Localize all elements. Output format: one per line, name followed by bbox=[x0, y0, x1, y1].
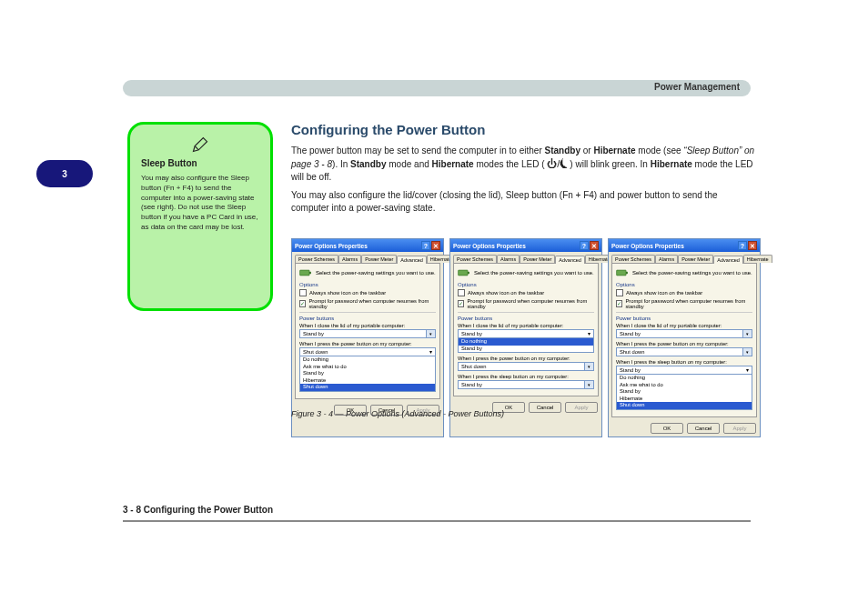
footer-rule bbox=[123, 520, 751, 522]
power-options-list: Do nothing Ask me what to do Stand by Hi… bbox=[300, 356, 435, 391]
chevron-down-icon: ▾ bbox=[746, 367, 749, 373]
help-button[interactable]: ? bbox=[738, 241, 747, 250]
svg-rect-1 bbox=[300, 270, 310, 276]
hibernate-term: Hibernate bbox=[593, 145, 635, 156]
tab-panel: Select the power-saving settings you wan… bbox=[453, 263, 599, 396]
battery-icon bbox=[299, 267, 312, 278]
lid-dropdown-open[interactable]: Stand by ▾ Do nothing Stand by bbox=[458, 329, 594, 353]
footer-text: 3 - 8 Configuring the Power Button bbox=[123, 505, 273, 515]
intro-text: Select the power-saving settings you wan… bbox=[474, 270, 594, 276]
option-stand-by[interactable]: Stand by bbox=[459, 346, 593, 353]
option-ask-me[interactable]: Ask me what to do bbox=[300, 364, 435, 371]
power-options-dialog-3: Power Options Properties ? ✕ Power Schem… bbox=[608, 238, 761, 437]
tab-power-meter[interactable]: Power Meter bbox=[520, 255, 555, 263]
svg-rect-2 bbox=[309, 272, 311, 274]
show-icon-label: Always show icon on the taskbar bbox=[626, 290, 702, 296]
close-button[interactable]: ✕ bbox=[748, 241, 757, 250]
chevron-down-icon: ▾ bbox=[588, 331, 590, 336]
lid-value: Stand by bbox=[620, 331, 641, 336]
lid-label: When I close the lid of my portable comp… bbox=[616, 323, 752, 328]
option-stand-by[interactable]: Stand by bbox=[617, 388, 752, 396]
lid-label: When I close the lid of my portable comp… bbox=[458, 323, 594, 328]
tab-advanced[interactable]: Advanced bbox=[555, 256, 584, 264]
prompt-password-label: Prompt for password when computer resume… bbox=[625, 298, 752, 309]
tab-power-meter[interactable]: Power Meter bbox=[361, 255, 397, 263]
standby-term: Standby bbox=[545, 145, 580, 156]
help-button[interactable]: ? bbox=[580, 241, 589, 250]
sleep-power-icon: ⏻/⏾ bbox=[547, 158, 570, 169]
lid-dropdown[interactable]: Stand by ▾ bbox=[616, 329, 752, 338]
option-hibernate[interactable]: Hibernate bbox=[617, 396, 752, 403]
svg-rect-4 bbox=[468, 272, 469, 274]
sleep-label: When I press the sleep button on my comp… bbox=[458, 374, 594, 379]
tab-panel: Select the power-saving settings you wan… bbox=[611, 263, 757, 417]
chapter-header-bar: Power Management bbox=[123, 80, 751, 96]
body-text: The power button may be set to send the … bbox=[291, 145, 755, 215]
tab-power-schemes[interactable]: Power Schemes bbox=[611, 255, 655, 263]
prompt-password-label: Prompt for password when computer resume… bbox=[467, 298, 594, 309]
apply-button[interactable]: Apply bbox=[565, 402, 598, 413]
close-button[interactable]: ✕ bbox=[590, 241, 599, 250]
tabstrip: Power Schemes Alarms Power Meter Advance… bbox=[609, 252, 760, 263]
sleep-dropdown[interactable]: Stand by ▾ bbox=[458, 380, 594, 389]
cancel-button[interactable]: Cancel bbox=[687, 423, 720, 434]
tab-advanced[interactable]: Advanced bbox=[397, 256, 426, 264]
para1-f: ) will blink green. In bbox=[570, 159, 650, 169]
prompt-password-checkbox[interactable]: ✓ bbox=[616, 300, 622, 307]
show-icon-label: Always show icon on the taskbar bbox=[468, 290, 544, 296]
lid-value: Stand by bbox=[461, 331, 482, 336]
titlebar[interactable]: Power Options Properties ? ✕ bbox=[450, 239, 601, 252]
titlebar[interactable]: Power Options Properties ? ✕ bbox=[292, 239, 443, 252]
titlebar[interactable]: Power Options Properties ? ✕ bbox=[609, 239, 760, 252]
tab-power-schemes[interactable]: Power Schemes bbox=[453, 255, 497, 263]
svg-rect-6 bbox=[626, 272, 628, 274]
option-do-nothing[interactable]: Do nothing bbox=[617, 375, 752, 382]
power-dropdown[interactable]: Shut down ▾ bbox=[616, 347, 752, 356]
power-dropdown-open[interactable]: Shut down ▾ Do nothing Ask me what to do… bbox=[299, 347, 436, 392]
option-ask-me[interactable]: Ask me what to do bbox=[617, 382, 752, 389]
show-icon-checkbox[interactable] bbox=[299, 289, 307, 296]
chevron-down-icon: ▾ bbox=[584, 363, 593, 370]
para1-e: modes the LED ( bbox=[474, 159, 548, 169]
tab-advanced[interactable]: Advanced bbox=[713, 256, 742, 264]
pencil-icon bbox=[191, 135, 209, 154]
power-buttons-label: Power buttons bbox=[299, 316, 436, 321]
close-button[interactable]: ✕ bbox=[431, 241, 440, 250]
options-label: Options bbox=[458, 282, 594, 287]
divider bbox=[616, 312, 752, 313]
tab-alarms[interactable]: Alarms bbox=[338, 255, 361, 263]
lid-options-list: Do nothing Stand by bbox=[459, 338, 593, 352]
option-hibernate[interactable]: Hibernate bbox=[300, 377, 435, 385]
ok-button[interactable]: OK bbox=[651, 423, 683, 434]
tab-power-schemes[interactable]: Power Schemes bbox=[295, 255, 338, 263]
tab-power-meter[interactable]: Power Meter bbox=[678, 255, 713, 263]
show-icon-checkbox[interactable] bbox=[458, 289, 465, 296]
cancel-button[interactable]: Cancel bbox=[529, 402, 561, 413]
power-value: Shut down bbox=[303, 349, 328, 355]
power-buttons-label: Power buttons bbox=[458, 316, 594, 321]
sleep-dropdown-open[interactable]: Stand by ▾ Do nothing Ask me what to do … bbox=[616, 366, 752, 410]
or-word: or bbox=[580, 145, 593, 156]
power-dropdown[interactable]: Shut down ▾ bbox=[458, 362, 594, 371]
chevron-down-icon: ▾ bbox=[742, 330, 752, 337]
lid-dropdown[interactable]: Stand by ▾ bbox=[299, 329, 436, 338]
sleep-value: Stand by bbox=[461, 382, 482, 387]
note-body: You may also configure the Sleep button … bbox=[141, 174, 259, 233]
option-shut-down[interactable]: Shut down bbox=[617, 402, 752, 409]
prompt-password-checkbox[interactable]: ✓ bbox=[458, 300, 464, 307]
option-stand-by[interactable]: Stand by bbox=[300, 370, 435, 377]
prompt-password-checkbox[interactable]: ✓ bbox=[299, 300, 306, 307]
tab-alarms[interactable]: Alarms bbox=[655, 255, 678, 263]
battery-icon bbox=[616, 267, 629, 278]
tab-alarms[interactable]: Alarms bbox=[497, 255, 520, 263]
power-label: When I press the power button on my comp… bbox=[299, 341, 436, 346]
option-do-nothing[interactable]: Do nothing bbox=[459, 338, 593, 346]
apply-button[interactable]: Apply bbox=[723, 423, 756, 434]
show-icon-checkbox[interactable] bbox=[616, 289, 623, 296]
power-options-dialog-2: Power Options Properties ? ✕ Power Schem… bbox=[449, 238, 602, 437]
option-shut-down[interactable]: Shut down bbox=[300, 384, 435, 391]
option-do-nothing[interactable]: Do nothing bbox=[300, 356, 435, 364]
tabstrip: Power Schemes Alarms Power Meter Advance… bbox=[292, 252, 443, 263]
help-button[interactable]: ? bbox=[421, 241, 430, 250]
tab-hibernate[interactable]: Hibernate bbox=[743, 255, 772, 263]
